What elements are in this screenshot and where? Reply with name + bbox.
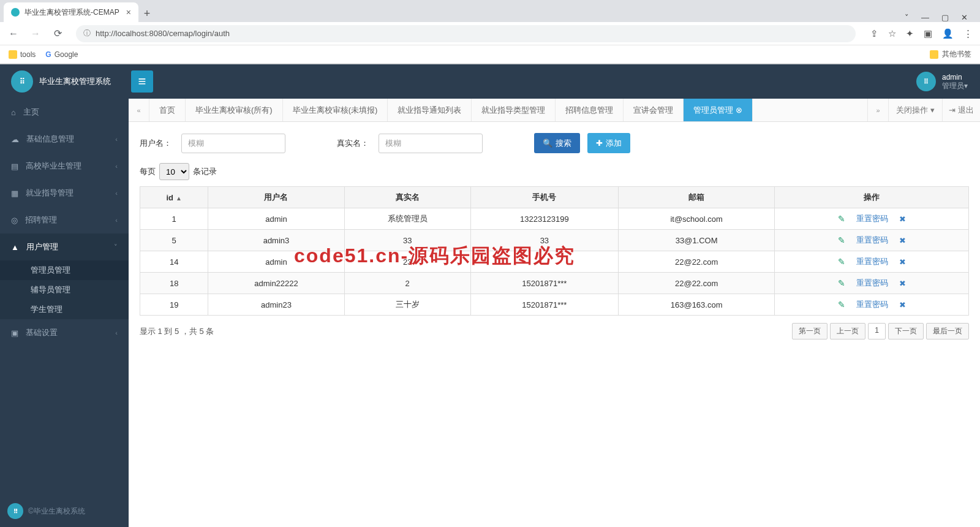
address-bar: ← → ⟳ ⓘ http://localhost:8080/cemap/logi… — [0, 22, 980, 45]
home-icon: ⌂ — [11, 108, 16, 117]
window-controls: ˅ — ▢ ✕ — [896, 13, 976, 22]
reset-password-link[interactable]: 重置密码 — [856, 256, 888, 267]
reset-password-link[interactable]: 重置密码 — [856, 235, 888, 246]
tab-close-icon[interactable]: ⊗ — [736, 105, 742, 115]
url-text: http://localhost:8080/cemap/login/auth — [96, 29, 230, 38]
maximize-icon[interactable]: ▢ — [941, 13, 949, 22]
tab-close-icon[interactable]: × — [126, 7, 131, 17]
sort-asc-icon: ▲ — [176, 195, 182, 202]
url-field[interactable]: ⓘ http://localhost:8080/cemap/login/auth — [76, 25, 856, 42]
browser-tab[interactable]: 毕业生离校管理系统-CEMAP × — [4, 2, 138, 22]
table-row: 1admin系统管理员13223123199it@school.com✎重置密码… — [140, 208, 969, 230]
tabs-prev-button[interactable]: « — [129, 99, 149, 121]
records-per-page: 每页 10 条记录 — [129, 159, 980, 186]
add-button[interactable]: ✚添加 — [587, 133, 630, 153]
sidebar-item-recruit[interactable]: ◎招聘管理‹ — [0, 207, 129, 233]
th-realname[interactable]: 真实名 — [344, 187, 470, 208]
logout-button[interactable]: ⇥退出 — [942, 99, 980, 121]
app-name: 毕业生离校管理系统 — [39, 76, 111, 87]
sidebar-item-settings[interactable]: ▣基础设置‹ — [0, 319, 129, 346]
tab-audit-all[interactable]: 毕业生离校审核(所有) — [186, 99, 283, 121]
other-bookmarks[interactable]: 其他书签 — [942, 49, 971, 59]
reset-password-link[interactable]: 重置密码 — [856, 213, 888, 224]
page-current[interactable]: 1 — [868, 323, 886, 339]
cell-ops: ✎重置密码✖ — [775, 208, 969, 230]
close-window-icon[interactable]: ✕ — [961, 13, 968, 22]
tab-recruit-info[interactable]: 招聘信息管理 — [556, 99, 624, 121]
edit-icon[interactable]: ✎ — [838, 300, 845, 309]
page-info: 显示 1 到 5 ，共 5 条 — [140, 326, 214, 337]
reload-icon[interactable]: ⟳ — [51, 28, 64, 39]
delete-icon[interactable]: ✖ — [899, 279, 906, 288]
user-role: 管理员 — [942, 82, 964, 90]
tab-home[interactable]: 首页 — [149, 99, 186, 121]
tab-admin-mgmt[interactable]: 管理员管理 ⊗ — [684, 99, 753, 121]
cell-realname: 23 — [344, 251, 470, 273]
edit-icon[interactable]: ✎ — [838, 278, 845, 288]
username-input[interactable] — [181, 134, 285, 153]
extensions-icon[interactable]: ✦ — [906, 28, 914, 39]
th-email[interactable]: 邮箱 — [618, 187, 774, 208]
page-next[interactable]: 下一页 — [888, 323, 924, 339]
th-phone[interactable]: 手机号 — [470, 187, 618, 208]
tab-guide-type[interactable]: 就业指导类型管理 — [472, 99, 556, 121]
menu-icon[interactable]: ⋮ — [963, 28, 973, 39]
tab-notice-list[interactable]: 就业指导通知列表 — [388, 99, 472, 121]
plus-icon: ✚ — [596, 138, 603, 148]
chevron-left-icon: ‹ — [115, 329, 118, 336]
delete-icon[interactable]: ✖ — [899, 214, 906, 224]
sidebar-item-graduate[interactable]: ▤高校毕业生管理‹ — [0, 153, 129, 180]
chevron-down-icon: ˅ — [114, 243, 118, 251]
cell-username: admin — [208, 251, 344, 273]
page-first[interactable]: 第一页 — [792, 323, 827, 339]
per-page-select[interactable]: 10 — [159, 163, 189, 180]
profile-icon[interactable]: 👤 — [942, 28, 954, 39]
sidebar-item-home[interactable]: ⌂主页 — [0, 99, 129, 126]
sidebar-sub-admin[interactable]: 管理员管理 — [0, 260, 129, 280]
delete-icon[interactable]: ✖ — [899, 300, 906, 309]
sidebar-item-basic-info[interactable]: ☁基础信息管理‹ — [0, 126, 129, 153]
reset-password-link[interactable]: 重置密码 — [856, 278, 888, 289]
edit-icon[interactable]: ✎ — [838, 214, 845, 224]
delete-icon[interactable]: ✖ — [899, 257, 906, 267]
table-header-row: id▲ 用户名 真实名 手机号 邮箱 操作 — [140, 187, 969, 208]
edit-icon[interactable]: ✎ — [838, 257, 845, 267]
chevron-down-icon[interactable]: ˅ — [905, 13, 909, 22]
footer-logo-icon: ⠿ — [7, 503, 23, 519]
bookmark-google[interactable]: GGoogle — [45, 50, 78, 59]
window-icon[interactable]: ▣ — [924, 28, 932, 39]
sidebar-item-guidance[interactable]: ▦就业指导管理‹ — [0, 180, 129, 207]
reset-password-link[interactable]: 重置密码 — [856, 299, 888, 310]
realname-input[interactable] — [379, 134, 483, 153]
cell-id: 14 — [140, 251, 208, 273]
new-tab-button[interactable]: + — [138, 5, 156, 22]
chevron-left-icon: ‹ — [115, 162, 118, 170]
cell-ops: ✎重置密码✖ — [775, 251, 969, 273]
browser-tab-bar: 毕业生离校管理系统-CEMAP × + ˅ — ▢ ✕ — [0, 0, 980, 22]
cell-email: 163@163.com — [618, 294, 774, 316]
sidebar-sub-counselor[interactable]: 辅导员管理 — [0, 280, 129, 300]
sidebar-item-user[interactable]: ▲用户管理˅ — [0, 233, 129, 260]
sidebar-toggle-button[interactable] — [131, 70, 153, 93]
tab-lecture[interactable]: 宣讲会管理 — [624, 99, 684, 121]
tabs-next-button[interactable]: » — [867, 99, 888, 121]
close-ops-dropdown[interactable]: 关闭操作▾ — [888, 99, 942, 121]
th-username[interactable]: 用户名 — [208, 187, 344, 208]
caret-down-icon: ▾ — [964, 82, 968, 90]
back-icon[interactable]: ← — [7, 28, 20, 39]
share-icon[interactable]: ⇪ — [870, 28, 878, 39]
minimize-icon[interactable]: — — [921, 13, 929, 22]
edit-icon[interactable]: ✎ — [838, 235, 845, 245]
star-icon[interactable]: ☆ — [888, 28, 896, 39]
tab-audit-unfilled[interactable]: 毕业生离校审核(未填报) — [283, 99, 388, 121]
search-button[interactable]: 🔍搜索 — [534, 133, 580, 153]
cell-email: it@school.com — [618, 208, 774, 230]
th-id[interactable]: id▲ — [140, 187, 208, 208]
page-prev[interactable]: 上一页 — [830, 323, 865, 339]
user-area[interactable]: ⠿ admin 管理员▾ — [916, 72, 980, 91]
page-last[interactable]: 最后一页 — [926, 323, 969, 339]
forward-icon[interactable]: → — [29, 28, 42, 39]
delete-icon[interactable]: ✖ — [899, 236, 906, 245]
bookmark-tools[interactable]: tools — [9, 50, 36, 59]
sidebar-sub-student[interactable]: 学生管理 — [0, 300, 129, 319]
